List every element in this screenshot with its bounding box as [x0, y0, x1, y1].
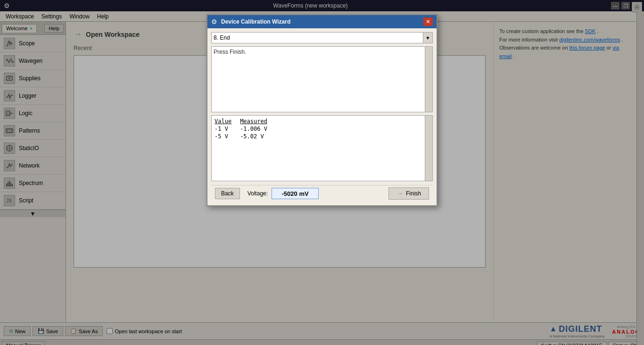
message-box: Press Finish.	[211, 46, 433, 112]
message-scrollbar[interactable]	[425, 47, 432, 112]
row2-measured: -5.02 V	[239, 133, 275, 140]
modal-overlay: ⚙ Device Calibration Wizard ✕ 8. End ▼ P…	[0, 0, 644, 345]
row2-value: -5 V	[214, 133, 239, 140]
message-text: Press Finish.	[214, 49, 246, 55]
row1-measured: -1.006 V	[239, 125, 275, 133]
finish-arrow: →	[396, 190, 403, 197]
step-dropdown[interactable]: 8. End	[211, 32, 423, 43]
modal-app-icon: ⚙	[211, 18, 217, 25]
table-row: -1 V -1.006 V	[214, 125, 275, 133]
step-dropdown-container: 8. End ▼	[211, 32, 433, 43]
calibration-wizard-modal: ⚙ Device Calibration Wizard ✕ 8. End ▼ P…	[206, 14, 438, 206]
modal-footer: Back Voltage: → Finish	[211, 185, 433, 202]
voltage-label: Voltage:	[248, 190, 268, 197]
step-dropdown-arrow[interactable]: ▼	[423, 32, 433, 43]
modal-close-button[interactable]: ✕	[423, 17, 433, 26]
back-button[interactable]: Back	[215, 188, 240, 199]
table-header-measured: Measured	[239, 118, 275, 125]
voltage-input[interactable]	[272, 188, 319, 199]
calibration-table: Value Measured -1 V -1.006 V -5 V -5.02 …	[214, 118, 275, 140]
modal-title: Device Calibration Wizard	[221, 18, 420, 25]
row1-value: -1 V	[214, 125, 239, 133]
data-scrollbar[interactable]	[425, 116, 432, 181]
modal-content: 8. End ▼ Press Finish. Value Measured -1…	[207, 28, 437, 205]
data-table-box: Value Measured -1 V -1.006 V -5 V -5.02 …	[211, 115, 433, 181]
finish-button[interactable]: → Finish	[388, 187, 429, 200]
table-row: -5 V -5.02 V	[214, 133, 275, 140]
table-header-value: Value	[214, 118, 239, 125]
modal-title-bar: ⚙ Device Calibration Wizard ✕	[207, 15, 437, 28]
